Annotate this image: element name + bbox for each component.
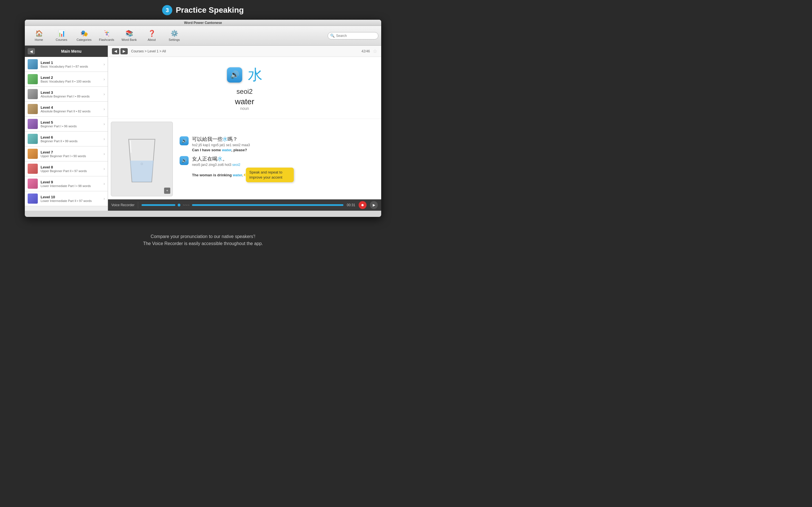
chevron-right-icon: ›	[103, 181, 105, 186]
sidebar-item-level-1[interactable]: Level 1Basic Vocabulary Part I • 87 word…	[25, 57, 108, 72]
chevron-right-icon: ›	[103, 152, 105, 156]
bottom-text-line1: Compare your pronunciation to our native…	[0, 233, 406, 240]
level-desc-8: Upper Beginner Part II • 97 words	[41, 169, 101, 173]
chevron-right-icon: ›	[103, 122, 105, 126]
step-badge: 3	[162, 5, 172, 15]
level-name-2: Level 2	[41, 75, 101, 80]
recorder-bar: Voice Recorder ~~~ 00:31 ⏺ ▶	[108, 200, 381, 211]
level-name-4: Level 4	[41, 105, 101, 110]
categories-label: Categories	[77, 38, 91, 41]
sentence-1-speaker-icon: 🔊	[182, 138, 187, 144]
level-desc-4: Absolute Beginner Part II • 82 words	[41, 110, 101, 113]
waveform-played	[142, 204, 175, 206]
breadcrumb: Courses > Level 1 > All	[131, 49, 361, 53]
toolbar: 🏠 Home 📊 Courses 🎭 Categories 🃏 Flashcar…	[25, 26, 381, 46]
level-desc-9: Lower Intermediate Part I • 98 words	[41, 184, 101, 187]
flashcards-icon: 🃏	[103, 30, 110, 37]
glass-illustration	[122, 133, 161, 185]
wordbank-label: Word Bank	[121, 38, 137, 41]
flashcards-label: Flashcards	[99, 38, 114, 41]
sidebar-item-level-6[interactable]: Level 6Beginner Part II • 99 words›	[25, 131, 108, 147]
part-of-speech: noun	[240, 106, 249, 111]
play-button[interactable]: ▶	[370, 201, 378, 209]
speaker-icon: 🔊	[230, 70, 239, 79]
level-desc-7: Upper Beginner Part I • 90 words	[41, 154, 101, 158]
toolbar-categories[interactable]: 🎭 Categories	[73, 27, 95, 44]
prev-button[interactable]: ◀	[112, 48, 119, 54]
settings-icon: ⚙️	[170, 30, 178, 37]
sidebar-item-level-10[interactable]: Level 10Lower Intermediate Part II • 97 …	[25, 191, 108, 206]
sidebar-item-level-5[interactable]: Level 5Beginner Part I • 96 words›	[25, 117, 108, 131]
sidebar-item-level-3[interactable]: Level 3Absolute Beginner Part I • 89 wor…	[25, 87, 108, 102]
example-image: +	[111, 122, 173, 196]
level-name-7: Level 7	[41, 150, 101, 154]
waveform-remaining	[192, 204, 343, 206]
sentence-2-speaker[interactable]: 🔊	[180, 156, 189, 165]
sentence-2-chinese: 女人正在喝水。	[192, 156, 294, 162]
main-pane: ◀ ▶ Courses > Level 1 > All 42/46 ☆ 🔊 水 …	[108, 46, 381, 211]
home-label: Home	[35, 38, 43, 41]
svg-point-0	[141, 163, 143, 165]
toolbar-home[interactable]: 🏠 Home	[28, 27, 50, 44]
expand-button[interactable]: +	[164, 187, 170, 194]
sidebar-item-level-8[interactable]: Level 8Upper Beginner Part II • 97 words…	[25, 161, 108, 176]
toolbar-wordbank[interactable]: 📚 Word Bank	[118, 27, 140, 44]
search-input[interactable]	[336, 34, 375, 38]
play-icon: ▶	[373, 203, 375, 207]
sentences-panel: 🔊 可以給我一些水嗎？ ho2 ji5 kap1 ngo5 jat1 se1 s…	[175, 119, 381, 199]
back-button[interactable]: ◀	[28, 48, 35, 54]
chinese-character: 水	[248, 65, 262, 85]
card-counter: 42/46	[361, 49, 370, 53]
step-number: 3	[166, 7, 169, 13]
chevron-right-icon: ›	[103, 166, 105, 171]
bottom-text-line2: The Voice Recorder is easily accessible …	[0, 240, 406, 247]
level-thumb-10	[28, 193, 38, 204]
search-icon: 🔍	[330, 34, 335, 38]
english-word: water	[235, 97, 254, 106]
toolbar-courses[interactable]: 📊 Courses	[50, 27, 73, 44]
chevron-right-icon: ›	[103, 62, 105, 66]
sentence-1-speaker[interactable]: 🔊	[180, 136, 189, 145]
toolbar-settings[interactable]: ⚙️ Settings	[163, 27, 186, 44]
word-speaker-button[interactable]: 🔊	[227, 67, 242, 82]
waveform-area: ~~~	[142, 203, 343, 207]
sentence-1-content: 可以給我一些水嗎？ ho2 ji5 kap1 ngo5 jat1 se1 seo…	[192, 136, 250, 152]
chevron-right-icon: ›	[103, 107, 105, 111]
sidebar-item-level-9[interactable]: Level 9Lower Intermediate Part I • 98 wo…	[25, 176, 108, 191]
content-wrapper: ◀ Main Menu Level 1Basic Vocabulary Part…	[25, 46, 381, 211]
level-name-5: Level 5	[41, 120, 101, 124]
level-name-6: Level 6	[41, 135, 101, 139]
level-desc-10: Lower Intermediate Part II • 97 words	[41, 199, 101, 203]
tooltip-bubble: Speak and repeat to improve your accent	[246, 168, 294, 182]
chevron-right-icon: ›	[103, 136, 105, 141]
sidebar-item-level-4[interactable]: Level 4Absolute Beginner Part II • 82 wo…	[25, 102, 108, 117]
recorder-label: Voice Recorder	[111, 203, 135, 207]
examples-area: + 🔊 可以給我一些水嗎？	[108, 119, 381, 200]
next-button[interactable]: ▶	[120, 48, 128, 54]
sidebar-item-level-7[interactable]: Level 7Upper Beginner Part I • 90 words›	[25, 147, 108, 161]
waveform-wave: ~~~	[183, 203, 190, 207]
wordbank-icon: 📚	[125, 30, 133, 37]
level-thumb-8	[28, 164, 38, 174]
level-desc-6: Beginner Part II • 99 words	[41, 139, 101, 143]
sentence-1-english: Can I have some water, please?	[192, 148, 250, 152]
record-icon: ⏺	[361, 203, 364, 207]
search-box[interactable]: 🔍	[327, 32, 378, 40]
sidebar-item-level-2[interactable]: Level 2Basic Vocabulary Part II • 100 wo…	[25, 72, 108, 87]
sentence-2-english: The woman is drinking water. Speak and r…	[192, 168, 294, 182]
window-title: Word Power Cantonese	[184, 21, 222, 25]
toolbar-about[interactable]: ❓ About	[140, 27, 163, 44]
level-thumb-4	[28, 104, 38, 114]
sentence-2-content: 女人正在喝水。 neoi5 jan2 zing3 zoi6 hot3 seoi2…	[192, 156, 294, 182]
level-name-3: Level 3	[41, 91, 101, 95]
romanization: seoi2	[237, 88, 253, 96]
toolbar-flashcards[interactable]: 🃏 Flashcards	[95, 27, 118, 44]
waveform-dot	[177, 204, 181, 207]
record-button[interactable]: ⏺	[359, 201, 366, 209]
toolbar-nav: 🏠 Home 📊 Courses 🎭 Categories 🃏 Flashcar…	[28, 27, 327, 44]
screen-title: Practice Speaking	[175, 6, 244, 15]
sidebar-list: Level 1Basic Vocabulary Part I • 87 word…	[25, 57, 108, 211]
favorite-button[interactable]: ☆	[373, 48, 377, 54]
level-thumb-1	[28, 59, 38, 69]
sentence-2: 🔊 女人正在喝水。 neoi5 jan2 zing3 zoi6 hot3 seo…	[180, 156, 377, 182]
